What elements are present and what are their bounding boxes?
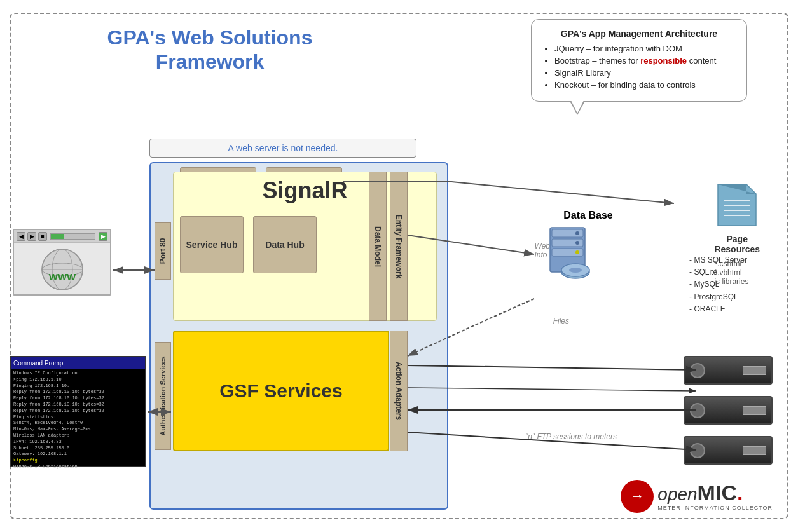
- browser-progress-bar: [51, 234, 64, 239]
- browser-back-btn: ◀: [17, 232, 25, 241]
- no-server-label: A web server is not needed.: [149, 139, 416, 158]
- globe-icon: WWW: [40, 247, 85, 292]
- db-type-4: - ProstgreSQL: [689, 291, 747, 303]
- cmd-line-9: Sent=4, Received=4, Lost=0: [13, 420, 142, 426]
- svg-text:WWW: WWW: [48, 271, 76, 282]
- cmd-line-15: >ipconfig: [13, 458, 142, 464]
- open-text: open: [657, 484, 697, 504]
- callout-tail-inner: [571, 100, 584, 113]
- openmic-circle-icon: →: [621, 480, 654, 513]
- main-title: GPA's Web SolutionsFramework: [102, 25, 318, 74]
- database-title: Data Base: [547, 210, 629, 221]
- cmd-line-13: Subnet: 255.255.255.0: [13, 446, 142, 452]
- cmd-titlebar: Command Prompt: [11, 357, 145, 369]
- database-area: Data Base: [547, 210, 629, 299]
- meter-box-3: [684, 436, 773, 465]
- cmd-line-12: IPv4: 192.168.4.83: [13, 439, 142, 446]
- cmd-line-2: >ping 172.168.1.10: [13, 377, 142, 383]
- database-icon: [547, 224, 598, 282]
- cmd-line-16: Windows IP Configuration: [13, 464, 142, 470]
- callout-item-1: JQuerry – for integration with DOM: [554, 44, 735, 53]
- gsf-services-label: GSF Services: [219, 380, 342, 402]
- meter-device-3: [684, 436, 773, 465]
- callout-item-3: SignalR Library: [554, 68, 735, 78]
- meter-device-1: [684, 356, 773, 385]
- cmd-content: Windows IP Configuration >ping 172.168.1…: [11, 369, 145, 472]
- openmic-subtitle: METER INFORMATION COLLECTOR: [657, 505, 773, 511]
- cmd-line-1: Windows IP Configuration: [13, 371, 142, 377]
- callout-box: GPA's App Management Architecture JQuerr…: [531, 19, 747, 102]
- cmd-line-6: Reply from 172.168.10.10: bytes=32: [13, 402, 142, 408]
- data-model-label: Data Model: [373, 226, 382, 266]
- openmic-logo: → openMIC. METER INFORMATION COLLECTOR: [621, 480, 773, 513]
- meter-box-1: [684, 356, 773, 385]
- browser-stop-btn: ■: [38, 232, 47, 241]
- auth-services-label: Authentication Services: [155, 342, 171, 450]
- callout-list: JQuerry – for integration with DOM Boots…: [543, 44, 735, 90]
- mic-text: MIC.: [698, 481, 743, 505]
- service-hub-box: Service Hub: [180, 216, 244, 273]
- entity-framework-label: Entity Framework: [394, 214, 403, 278]
- callout-item-2: Bootstrap – themes for responsible conte…: [554, 56, 735, 65]
- cmd-line-5: Reply from 172.168.10.10: bytes=32: [13, 395, 142, 402]
- cmd-line-3: Pinging 172.168.1.10:: [13, 383, 142, 390]
- data-hub-box: Data Hub: [253, 216, 317, 273]
- cmd-line-8: Ping statistics:: [13, 414, 142, 421]
- callout-item-4: Knockout – for binding data to controls: [554, 80, 735, 90]
- page-resources-extensions: *.cshtml*.vbhtmljs libraries: [714, 259, 760, 286]
- gsf-services-box: GSF Services: [173, 331, 389, 451]
- files-label: Files: [553, 317, 569, 325]
- ftp-sessions-label: "n" FTP sessions to meters: [525, 432, 617, 441]
- callout-title: GPA's App Management Architecture: [543, 29, 735, 39]
- cmd-line-4: Reply from 172.168.10.10: bytes=32: [13, 389, 142, 395]
- openmic-line1: openMIC.: [657, 482, 773, 503]
- web-info-label: WebInfo: [535, 242, 550, 259]
- page-resources-title: PageResources: [714, 234, 760, 254]
- browser-go-btn: ▶: [99, 232, 107, 241]
- page-resources-icon: [715, 181, 759, 229]
- cmd-title: Command Prompt: [13, 360, 65, 367]
- cmd-line-14: Gateway: 192.168.1.1: [13, 451, 142, 458]
- svg-point-11: [575, 241, 579, 245]
- browser-fwd-btn: ▶: [27, 232, 36, 241]
- browser-progress: [50, 233, 95, 240]
- meter-box-2: [684, 396, 773, 425]
- cmd-line-10: Min=0ms, Max=0ms, Average=0ms: [13, 426, 142, 433]
- svg-point-10: [575, 231, 579, 235]
- browser-frame: ◀ ▶ ■ ▶ WWW: [13, 229, 111, 296]
- cmd-window: Command Prompt Windows IP Configuration …: [10, 356, 146, 467]
- service-hub-label: Service Hub: [186, 240, 238, 250]
- cmd-line-7: Reply from 172.168.10.10: bytes=32: [13, 408, 142, 414]
- cmd-line-11: Wireless LAN adapter:: [13, 433, 142, 439]
- openmic-text: openMIC. METER INFORMATION COLLECTOR: [657, 482, 773, 511]
- entity-framework-box: Entity Framework: [390, 172, 408, 321]
- data-model-box: Data Model: [369, 172, 387, 321]
- browser-content: WWW: [14, 243, 110, 296]
- action-adapters-box: Action Adapters: [390, 331, 408, 451]
- db-type-5: - ORACLE: [689, 303, 747, 315]
- svg-point-15: [569, 268, 582, 273]
- port-80-label: Port 80: [155, 222, 171, 280]
- meter-device-2: [684, 396, 773, 425]
- page-resources-area: PageResources *.cshtml*.vbhtmljs librari…: [714, 181, 760, 286]
- data-hub-label: Data Hub: [265, 240, 304, 250]
- action-adapters-label: Action Adapters: [394, 362, 403, 420]
- browser-toolbar: ◀ ▶ ■ ▶: [14, 230, 110, 243]
- svg-point-12: [575, 250, 579, 254]
- www-browser: ◀ ▶ ■ ▶ WWW: [13, 229, 111, 311]
